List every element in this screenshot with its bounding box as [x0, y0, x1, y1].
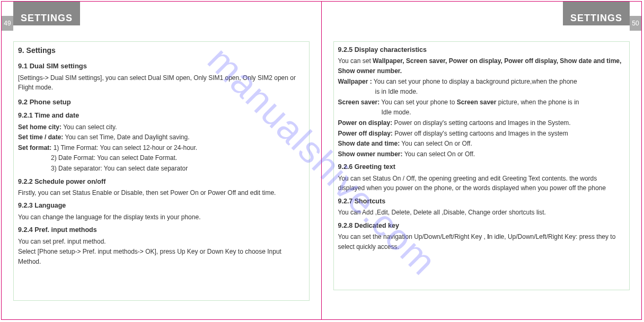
text-9-2-8: You can set the navigation Up/Down/Left/…: [338, 232, 625, 252]
text-9-1: [Settings-> Dual SIM settings], you can …: [18, 73, 305, 93]
page-right: 50 SETTINGS 9.2.5 Display characteristic…: [322, 2, 642, 319]
heading-9-1: 9.1 Dual SIM settings: [18, 61, 305, 71]
text-9-2-2: Firstly, you can set Status Enable or Di…: [18, 188, 305, 198]
heading-9-2-6: 9.2.6 Greeting text: [338, 162, 625, 172]
heading-9-2-3: 9.2.3 Language: [18, 201, 305, 211]
text-power-on: Power on display: Power on display's set…: [338, 118, 625, 128]
text-format-2: 2) Date Format: You can select Date Form…: [18, 153, 305, 163]
text-time-date: Set time / date: You can set Time, Date …: [18, 132, 305, 142]
page-left: 49 SETTINGS 9. Settings 9.1 Dual SIM set…: [2, 2, 322, 319]
text-wallpaper: Wallpaper : You can set your phone to di…: [338, 77, 625, 87]
text-9-2-3: You can change the language for the disp…: [18, 212, 305, 222]
text-screensaver: Screen saver: You can set your phone to …: [338, 97, 625, 108]
text-format-3: 3) Date separator: You can select date s…: [18, 164, 305, 174]
content-left: 9. Settings 9.1 Dual SIM settings [Setti…: [13, 41, 310, 301]
text-show-date: Show date and time: You can select On or…: [338, 139, 625, 149]
heading-9-2-8: 9.2.8 Dedicated key: [338, 221, 625, 231]
heading-9-2-5: 9.2.5 Display characteristics: [338, 45, 625, 55]
header-tab-left: SETTINGS: [13, 2, 80, 25]
text-wallpaper-2: is in Idle mode.: [338, 87, 625, 97]
document-frame: 49 SETTINGS 9. Settings 9.1 Dual SIM set…: [1, 1, 642, 320]
text-9-2-4a: You can set pref. input method.: [18, 237, 305, 247]
text-show-owner: Show owner number: You can select On or …: [338, 149, 625, 159]
text-9-2-4b: Select [Phone setup-> Pref. input method…: [18, 247, 305, 266]
text-format-1: Set format: 1) Time Format: You can sele…: [18, 143, 305, 153]
page-number-right: 50: [630, 16, 641, 31]
heading-9-2-7: 9.2.7 Shortcuts: [338, 196, 625, 207]
text-screensaver-2: Idle mode.: [338, 108, 625, 118]
text-9-2-7: You can Add ,Edit, Delete, Delete all ,D…: [338, 208, 625, 218]
heading-9-2-2: 9.2.2 Schedule power on/off: [18, 177, 305, 187]
heading-9-2-1: 9.2.1 Time and date: [18, 111, 305, 121]
heading-9-2: 9.2 Phone setup: [18, 97, 305, 108]
text-9-2-5-intro: You can set Wallpaper, Screen saver, Pow…: [338, 56, 625, 76]
page-number-left: 49: [2, 16, 13, 31]
content-right: 9.2.5 Display characteristics You can se…: [333, 41, 630, 290]
heading-settings: 9. Settings: [18, 45, 305, 57]
heading-9-2-4: 9.2.4 Pref. input methods: [18, 225, 305, 235]
text-power-off: Power off display: Power off display's s…: [338, 129, 625, 139]
text-home-city: Set home city: You can select city.: [18, 122, 305, 132]
text-9-2-6: You can set Status On / Off, the opening…: [338, 174, 625, 193]
header-tab-right: SETTINGS: [563, 2, 630, 25]
